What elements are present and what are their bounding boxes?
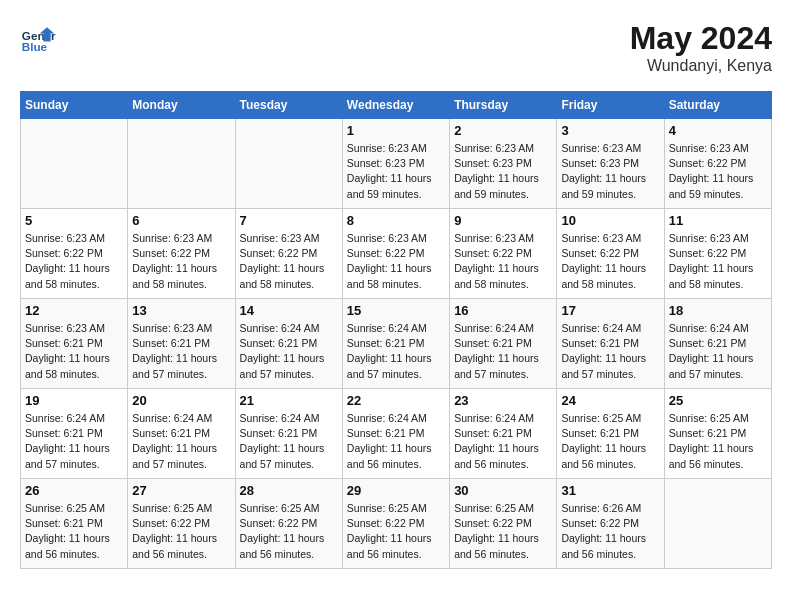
day-info: Sunrise: 6:24 AM Sunset: 6:21 PM Dayligh…: [454, 411, 552, 472]
day-number: 19: [25, 393, 123, 408]
weekday-header: Friday: [557, 92, 664, 119]
page-header: General Blue May 2024 Wundanyi, Kenya: [20, 20, 772, 75]
calendar-cell: 7 Sunrise: 6:23 AM Sunset: 6:22 PM Dayli…: [235, 209, 342, 299]
day-number: 13: [132, 303, 230, 318]
calendar-week-row: 19 Sunrise: 6:24 AM Sunset: 6:21 PM Dayl…: [21, 389, 772, 479]
calendar-cell: 10 Sunrise: 6:23 AM Sunset: 6:22 PM Dayl…: [557, 209, 664, 299]
day-info: Sunrise: 6:24 AM Sunset: 6:21 PM Dayligh…: [347, 411, 445, 472]
calendar-cell: 4 Sunrise: 6:23 AM Sunset: 6:22 PM Dayli…: [664, 119, 771, 209]
calendar-cell: 2 Sunrise: 6:23 AM Sunset: 6:23 PM Dayli…: [450, 119, 557, 209]
calendar-table: SundayMondayTuesdayWednesdayThursdayFrid…: [20, 91, 772, 569]
day-info: Sunrise: 6:23 AM Sunset: 6:22 PM Dayligh…: [25, 231, 123, 292]
day-number: 4: [669, 123, 767, 138]
calendar-cell: 9 Sunrise: 6:23 AM Sunset: 6:22 PM Dayli…: [450, 209, 557, 299]
calendar-cell: 23 Sunrise: 6:24 AM Sunset: 6:21 PM Dayl…: [450, 389, 557, 479]
title-block: May 2024 Wundanyi, Kenya: [630, 20, 772, 75]
calendar-cell: 20 Sunrise: 6:24 AM Sunset: 6:21 PM Dayl…: [128, 389, 235, 479]
calendar-cell: 16 Sunrise: 6:24 AM Sunset: 6:21 PM Dayl…: [450, 299, 557, 389]
day-info: Sunrise: 6:23 AM Sunset: 6:23 PM Dayligh…: [561, 141, 659, 202]
logo-icon: General Blue: [20, 20, 56, 56]
calendar-week-row: 26 Sunrise: 6:25 AM Sunset: 6:21 PM Dayl…: [21, 479, 772, 569]
calendar-cell: 30 Sunrise: 6:25 AM Sunset: 6:22 PM Dayl…: [450, 479, 557, 569]
day-number: 16: [454, 303, 552, 318]
day-number: 18: [669, 303, 767, 318]
day-number: 2: [454, 123, 552, 138]
calendar-cell: 12 Sunrise: 6:23 AM Sunset: 6:21 PM Dayl…: [21, 299, 128, 389]
calendar-cell: [128, 119, 235, 209]
day-info: Sunrise: 6:24 AM Sunset: 6:21 PM Dayligh…: [454, 321, 552, 382]
weekday-header: Tuesday: [235, 92, 342, 119]
calendar-cell: [21, 119, 128, 209]
calendar-cell: 22 Sunrise: 6:24 AM Sunset: 6:21 PM Dayl…: [342, 389, 449, 479]
day-number: 15: [347, 303, 445, 318]
day-info: Sunrise: 6:23 AM Sunset: 6:22 PM Dayligh…: [454, 231, 552, 292]
day-number: 25: [669, 393, 767, 408]
day-info: Sunrise: 6:25 AM Sunset: 6:22 PM Dayligh…: [347, 501, 445, 562]
calendar-cell: 3 Sunrise: 6:23 AM Sunset: 6:23 PM Dayli…: [557, 119, 664, 209]
day-number: 3: [561, 123, 659, 138]
day-number: 9: [454, 213, 552, 228]
calendar-week-row: 12 Sunrise: 6:23 AM Sunset: 6:21 PM Dayl…: [21, 299, 772, 389]
day-number: 8: [347, 213, 445, 228]
calendar-cell: [235, 119, 342, 209]
location-subtitle: Wundanyi, Kenya: [630, 57, 772, 75]
day-info: Sunrise: 6:23 AM Sunset: 6:22 PM Dayligh…: [669, 231, 767, 292]
day-number: 1: [347, 123, 445, 138]
day-number: 21: [240, 393, 338, 408]
weekday-header: Wednesday: [342, 92, 449, 119]
day-info: Sunrise: 6:23 AM Sunset: 6:22 PM Dayligh…: [561, 231, 659, 292]
day-info: Sunrise: 6:25 AM Sunset: 6:22 PM Dayligh…: [240, 501, 338, 562]
day-info: Sunrise: 6:23 AM Sunset: 6:21 PM Dayligh…: [25, 321, 123, 382]
day-info: Sunrise: 6:23 AM Sunset: 6:21 PM Dayligh…: [132, 321, 230, 382]
day-number: 7: [240, 213, 338, 228]
calendar-cell: 14 Sunrise: 6:24 AM Sunset: 6:21 PM Dayl…: [235, 299, 342, 389]
day-number: 31: [561, 483, 659, 498]
calendar-cell: 8 Sunrise: 6:23 AM Sunset: 6:22 PM Dayli…: [342, 209, 449, 299]
day-number: 6: [132, 213, 230, 228]
calendar-cell: 27 Sunrise: 6:25 AM Sunset: 6:22 PM Dayl…: [128, 479, 235, 569]
weekday-header: Thursday: [450, 92, 557, 119]
day-number: 20: [132, 393, 230, 408]
weekday-header: Sunday: [21, 92, 128, 119]
day-number: 27: [132, 483, 230, 498]
calendar-header: SundayMondayTuesdayWednesdayThursdayFrid…: [21, 92, 772, 119]
day-info: Sunrise: 6:25 AM Sunset: 6:21 PM Dayligh…: [561, 411, 659, 472]
day-info: Sunrise: 6:24 AM Sunset: 6:21 PM Dayligh…: [240, 321, 338, 382]
calendar-cell: 15 Sunrise: 6:24 AM Sunset: 6:21 PM Dayl…: [342, 299, 449, 389]
day-info: Sunrise: 6:23 AM Sunset: 6:23 PM Dayligh…: [454, 141, 552, 202]
day-info: Sunrise: 6:24 AM Sunset: 6:21 PM Dayligh…: [347, 321, 445, 382]
calendar-cell: 17 Sunrise: 6:24 AM Sunset: 6:21 PM Dayl…: [557, 299, 664, 389]
day-info: Sunrise: 6:25 AM Sunset: 6:21 PM Dayligh…: [669, 411, 767, 472]
calendar-cell: 19 Sunrise: 6:24 AM Sunset: 6:21 PM Dayl…: [21, 389, 128, 479]
calendar-cell: 31 Sunrise: 6:26 AM Sunset: 6:22 PM Dayl…: [557, 479, 664, 569]
calendar-cell: 5 Sunrise: 6:23 AM Sunset: 6:22 PM Dayli…: [21, 209, 128, 299]
day-info: Sunrise: 6:24 AM Sunset: 6:21 PM Dayligh…: [669, 321, 767, 382]
calendar-cell: 1 Sunrise: 6:23 AM Sunset: 6:23 PM Dayli…: [342, 119, 449, 209]
weekday-header: Monday: [128, 92, 235, 119]
day-info: Sunrise: 6:25 AM Sunset: 6:21 PM Dayligh…: [25, 501, 123, 562]
calendar-cell: 24 Sunrise: 6:25 AM Sunset: 6:21 PM Dayl…: [557, 389, 664, 479]
day-number: 24: [561, 393, 659, 408]
calendar-cell: 6 Sunrise: 6:23 AM Sunset: 6:22 PM Dayli…: [128, 209, 235, 299]
day-number: 28: [240, 483, 338, 498]
calendar-cell: 21 Sunrise: 6:24 AM Sunset: 6:21 PM Dayl…: [235, 389, 342, 479]
weekday-header: Saturday: [664, 92, 771, 119]
day-number: 12: [25, 303, 123, 318]
calendar-cell: [664, 479, 771, 569]
day-info: Sunrise: 6:25 AM Sunset: 6:22 PM Dayligh…: [132, 501, 230, 562]
day-info: Sunrise: 6:23 AM Sunset: 6:22 PM Dayligh…: [132, 231, 230, 292]
calendar-body: 1 Sunrise: 6:23 AM Sunset: 6:23 PM Dayli…: [21, 119, 772, 569]
day-number: 5: [25, 213, 123, 228]
calendar-week-row: 5 Sunrise: 6:23 AM Sunset: 6:22 PM Dayli…: [21, 209, 772, 299]
day-number: 23: [454, 393, 552, 408]
day-number: 22: [347, 393, 445, 408]
weekday-row: SundayMondayTuesdayWednesdayThursdayFrid…: [21, 92, 772, 119]
day-number: 14: [240, 303, 338, 318]
calendar-cell: 11 Sunrise: 6:23 AM Sunset: 6:22 PM Dayl…: [664, 209, 771, 299]
day-info: Sunrise: 6:23 AM Sunset: 6:23 PM Dayligh…: [347, 141, 445, 202]
day-info: Sunrise: 6:24 AM Sunset: 6:21 PM Dayligh…: [240, 411, 338, 472]
calendar-cell: 29 Sunrise: 6:25 AM Sunset: 6:22 PM Dayl…: [342, 479, 449, 569]
day-info: Sunrise: 6:23 AM Sunset: 6:22 PM Dayligh…: [669, 141, 767, 202]
day-info: Sunrise: 6:26 AM Sunset: 6:22 PM Dayligh…: [561, 501, 659, 562]
day-number: 10: [561, 213, 659, 228]
